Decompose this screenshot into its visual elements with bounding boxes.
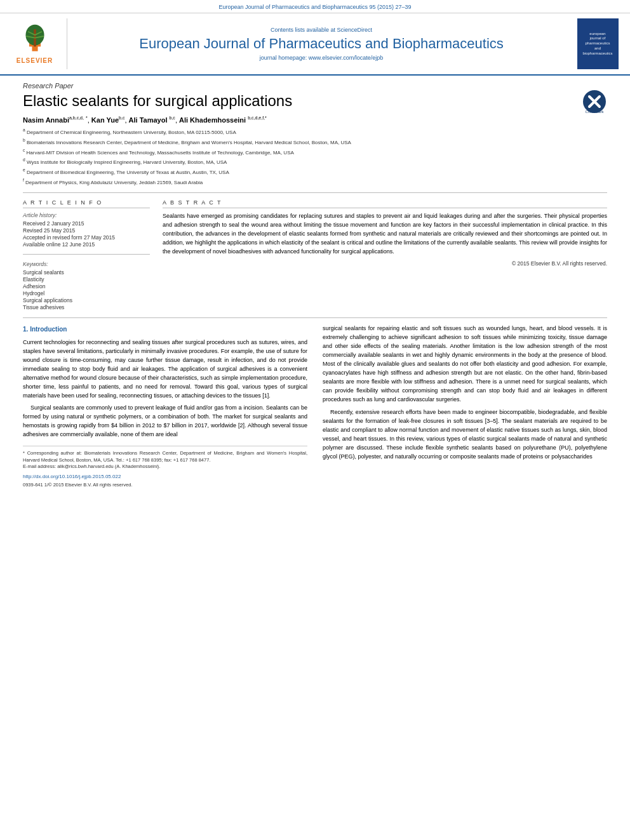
article-title: Elastic sealants for surgical applicatio… [23, 92, 607, 110]
keywords-label: Keywords: [23, 261, 150, 267]
affiliation-d: d Wyss Institute for Biologically Inspir… [23, 157, 607, 166]
body-right-col: surgical sealants for repairing elastic … [323, 324, 607, 488]
footnote-email: E-mail address: alik@rics.bwh.harvard.ed… [23, 463, 307, 470]
authors-line: Nasim Annabia,b,c,d, *, Kan Yueb,c, Ali … [23, 116, 607, 124]
affiliation-f: f Department of Physics, King Abdulaziz … [23, 177, 607, 187]
divider-2 [23, 254, 150, 255]
intro-para-1: Current technologies for reconnecting an… [23, 338, 307, 401]
journal-citation-bar: European Journal of Pharmaceutics and Bi… [0, 0, 630, 13]
journal-citation-text: European Journal of Pharmaceutics and Bi… [218, 4, 411, 10]
body-content: 1. Introduction Current technologies for… [0, 318, 630, 495]
history-item-1: Received 2 January 2015 [23, 220, 150, 227]
keyword-2: Elasticity [23, 276, 150, 283]
author-1: Nasim Annabi [23, 116, 69, 123]
article-type-label: Research Paper [23, 82, 607, 90]
author-4: Ali Khademhosseini [179, 116, 246, 123]
history-item-2: Revised 25 May 2015 [23, 227, 150, 234]
contents-line: Contents lists available at ScienceDirec… [271, 27, 372, 33]
affiliation-c: c Harvard-MIT Division of Health Science… [23, 147, 607, 157]
keyword-3: Adhesion [23, 283, 150, 290]
homepage-url[interactable]: www.elsevier.com/locate/ejpb [309, 55, 384, 61]
section-1-heading: 1. Introduction [23, 324, 307, 335]
author-3: Ali Tamayol [129, 116, 168, 123]
article-info-header: A R T I C L E I N F O [23, 199, 150, 208]
keyword-6: Tissue adhesives [23, 304, 150, 310]
crossmark-icon: CrossMark [582, 89, 607, 114]
journal-thumb-image: europeanjournal ofpharmaceuticsandbiopha… [577, 18, 619, 69]
keyword-1: Surgical sealants [23, 269, 150, 276]
keyword-4: Hydrogel [23, 290, 150, 297]
body-left-col: 1. Introduction Current technologies for… [23, 324, 307, 488]
abstract-header: A B S T R A C T [163, 199, 607, 208]
intro-para-2: Surgical sealants are commonly used to p… [23, 404, 307, 439]
elsevier-tree-icon [16, 23, 54, 55]
issn-text: 0939-641 1/© 2015 Elsevier B.V. All righ… [23, 482, 307, 489]
divider-1 [23, 192, 607, 193]
history-item-4: Available online 12 June 2015 [23, 241, 150, 248]
affiliations: a Department of Chemical Engineering, No… [23, 127, 607, 186]
copyright-line: © 2015 Elsevier B.V. All rights reserved… [163, 260, 607, 267]
doi-link[interactable]: http://dx.doi.org/10.1016/j.ejpb.2015.05… [23, 473, 307, 481]
affiliation-a: a Department of Chemical Engineering, No… [23, 127, 607, 137]
svg-text:CrossMark: CrossMark [585, 110, 604, 114]
right-para-2: Recently, extensive research efforts hav… [323, 408, 607, 462]
footnote-section: * Corresponding author at: Biomaterials … [23, 446, 307, 470]
history-label: Article history: [23, 212, 150, 218]
affiliation-e: e Department of Biomedical Engineering, … [23, 167, 607, 177]
journal-main-title: European Journal of Pharmaceutics and Bi… [139, 36, 504, 52]
keyword-5: Surgical applications [23, 297, 150, 303]
author-2: Kan Yue [91, 116, 119, 123]
abstract-column: A B S T R A C T Sealants have emerged as… [163, 199, 607, 311]
elsevier-logo: ELSEVIER [10, 18, 67, 69]
article-info-abstract: A R T I C L E I N F O Article history: R… [23, 199, 607, 311]
article-info-column: A R T I C L E I N F O Article history: R… [23, 199, 150, 311]
footnote-corresponding: * Corresponding author at: Biomaterials … [23, 450, 307, 463]
right-para-1: surgical sealants for repairing elastic … [323, 324, 607, 404]
body-two-col: 1. Introduction Current technologies for… [23, 324, 607, 488]
journal-homepage: journal homepage: www.elsevier.com/locat… [260, 55, 384, 61]
abstract-text: Sealants have emerged as promising candi… [163, 212, 607, 257]
history-item-3: Accepted in revised form 27 May 2015 [23, 234, 150, 241]
elsevier-wordmark: ELSEVIER [17, 57, 53, 64]
sciencedirect-link[interactable]: ScienceDirect [337, 27, 373, 33]
affiliation-b: b Biomaterials Innovations Research Cent… [23, 137, 607, 147]
journal-title-block: Contents lists available at ScienceDirec… [75, 18, 568, 69]
article-content: Research Paper CrossMark Elastic sealant… [0, 76, 630, 317]
main-header: ELSEVIER Contents lists available at Sci… [0, 13, 630, 76]
journal-thumbnail: europeanjournal ofpharmaceuticsandbiopha… [575, 18, 620, 69]
